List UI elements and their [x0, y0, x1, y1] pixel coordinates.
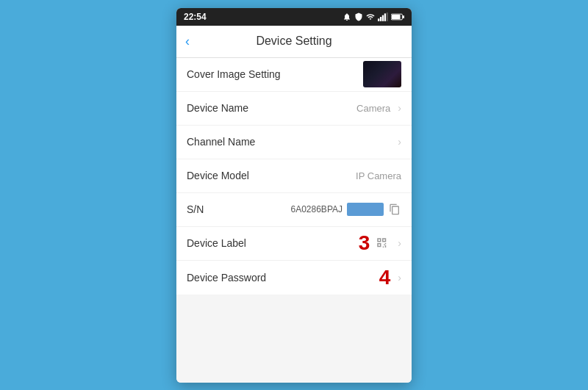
svg-rect-7 — [403, 15, 404, 18]
signal-icon — [378, 12, 388, 21]
device-name-value: Camera — [356, 103, 390, 114]
page-title: Device Setting — [256, 35, 331, 48]
cover-image-thumbnail — [363, 61, 401, 87]
channel-name-value-group: › — [395, 136, 401, 148]
device-model-label: Device Model — [187, 170, 249, 181]
sn-blurred — [347, 203, 384, 216]
cover-image-inner — [363, 61, 401, 87]
svg-rect-6 — [392, 15, 401, 19]
status-icons — [343, 12, 404, 21]
status-time: 22:54 — [184, 12, 207, 22]
device-password-label: Device Password — [187, 272, 266, 284]
device-model-row[interactable]: Device Model IP Camera — [176, 159, 412, 193]
device-password-row[interactable]: Device Password 4 › — [176, 261, 412, 295]
settings-group: Cover Image Setting Device Name Camera ›… — [176, 58, 412, 295]
chevron-icon: › — [398, 237, 401, 249]
cover-image-label: Cover Image Setting — [187, 68, 281, 80]
device-model-value: IP Camera — [356, 170, 401, 181]
sn-partial: 6A0286BPAJ — [291, 204, 343, 214]
device-password-number: 4 — [379, 267, 391, 288]
device-label-number: 3 — [359, 233, 370, 253]
svg-rect-0 — [378, 18, 379, 21]
chevron-icon: › — [398, 136, 401, 148]
device-name-label: Device Name — [187, 102, 248, 114]
device-name-row[interactable]: Device Name Camera › — [176, 92, 412, 126]
sn-label: S/N — [187, 203, 204, 215]
sn-row[interactable]: S/N 6A0286BPAJ — [176, 193, 412, 227]
chevron-icon: › — [398, 272, 401, 284]
wifi-icon — [366, 12, 375, 21]
back-button[interactable]: ‹ — [185, 34, 190, 49]
channel-name-row[interactable]: Channel Name › — [176, 126, 412, 159]
alarm-icon — [343, 12, 351, 21]
device-password-value-group: 4 › — [379, 267, 401, 288]
device-model-value-group: IP Camera — [356, 170, 401, 181]
channel-name-label: Channel Name — [187, 136, 255, 148]
device-name-value-group: Camera › — [356, 102, 401, 114]
battery-icon — [391, 12, 404, 21]
device-label-row[interactable]: Device Label 3 › — [176, 227, 412, 261]
svg-rect-4 — [387, 12, 388, 21]
page-header: ‹ Device Setting — [176, 26, 412, 58]
shield-icon — [354, 12, 363, 21]
sn-value-group: 6A0286BPAJ — [291, 203, 402, 216]
phone-frame: 22:54 — [176, 8, 412, 383]
device-label-value-group: 3 › — [359, 233, 401, 253]
chevron-icon: › — [398, 102, 401, 114]
svg-rect-2 — [382, 15, 384, 21]
svg-rect-3 — [384, 13, 386, 21]
qr-icon[interactable] — [374, 235, 390, 251]
cover-image-row[interactable]: Cover Image Setting — [176, 58, 412, 92]
status-bar: 22:54 — [176, 8, 412, 26]
copy-icon[interactable] — [388, 203, 401, 216]
svg-rect-1 — [380, 17, 381, 21]
settings-content: Cover Image Setting Device Name Camera ›… — [176, 58, 412, 383]
device-label-label: Device Label — [187, 237, 246, 249]
